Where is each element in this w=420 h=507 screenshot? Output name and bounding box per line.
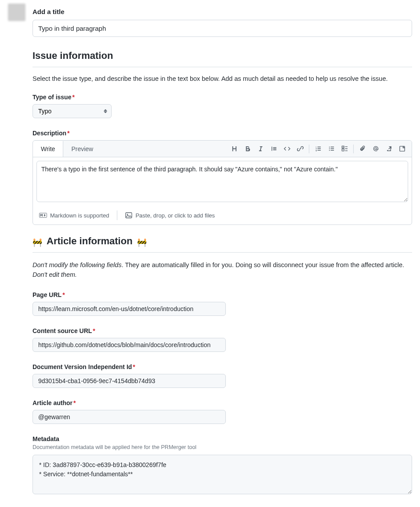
type-of-issue-label: Type of issue* xyxy=(33,94,412,101)
saved-replies-icon[interactable] xyxy=(396,143,408,155)
doc-version-id-input[interactable] xyxy=(33,374,226,388)
ordered-list-icon[interactable] xyxy=(312,143,324,155)
description-label: Description* xyxy=(33,130,412,137)
quote-icon[interactable] xyxy=(268,143,280,155)
metadata-hint: Documentation metadata will be applied h… xyxy=(33,444,412,450)
link-icon[interactable] xyxy=(294,143,306,155)
article-author-input[interactable] xyxy=(33,410,226,424)
type-of-issue-select[interactable]: Typo xyxy=(33,104,112,118)
page-url-input[interactable] xyxy=(33,302,226,316)
title-label: Add a title xyxy=(33,8,412,15)
construction-icon: 🚧 xyxy=(137,238,147,247)
issue-info-description: Select the issue type, and describe the … xyxy=(33,75,412,82)
tab-write[interactable]: Write xyxy=(33,141,63,157)
description-editor: Write Preview xyxy=(33,140,412,225)
italic-icon[interactable] xyxy=(254,143,267,155)
article-info-heading: Article information xyxy=(47,235,133,247)
page-url-label: Page URL* xyxy=(33,291,412,298)
description-textarea[interactable] xyxy=(36,161,408,202)
svg-point-4 xyxy=(375,148,377,150)
bold-icon[interactable] xyxy=(241,143,253,155)
tasklist-icon[interactable] xyxy=(338,143,351,155)
svg-rect-7 xyxy=(126,213,132,218)
metadata-label: Metadata xyxy=(33,435,412,442)
title-input[interactable] xyxy=(33,20,412,37)
heading-icon[interactable] xyxy=(228,143,240,155)
avatar xyxy=(8,4,25,21)
construction-icon: 🚧 xyxy=(33,238,42,247)
svg-rect-3 xyxy=(342,146,344,148)
svg-point-8 xyxy=(127,214,128,215)
attach-icon[interactable] xyxy=(356,143,369,155)
svg-point-2 xyxy=(329,150,329,151)
code-icon[interactable] xyxy=(281,143,293,155)
unordered-list-icon[interactable] xyxy=(325,143,337,155)
metadata-textarea[interactable] xyxy=(33,455,412,494)
doc-version-id-label: Document Version Independent Id* xyxy=(33,363,412,370)
content-source-url-label: Content source URL* xyxy=(33,327,412,334)
image-icon xyxy=(125,212,132,218)
mention-icon[interactable] xyxy=(369,143,382,155)
article-info-note: Don't modify the following fields. They … xyxy=(33,261,412,280)
cross-reference-icon[interactable] xyxy=(383,143,395,155)
issue-info-heading: Issue information xyxy=(33,50,113,62)
tab-preview[interactable]: Preview xyxy=(63,141,101,157)
markdown-supported-link[interactable]: Markdown is supported xyxy=(39,212,109,219)
svg-point-1 xyxy=(329,148,329,149)
article-author-label: Article author* xyxy=(33,399,412,406)
markdown-icon xyxy=(39,213,47,218)
content-source-url-input[interactable] xyxy=(33,338,226,352)
svg-point-0 xyxy=(329,147,329,148)
attach-files-link[interactable]: Paste, drop, or click to add files xyxy=(125,212,215,219)
